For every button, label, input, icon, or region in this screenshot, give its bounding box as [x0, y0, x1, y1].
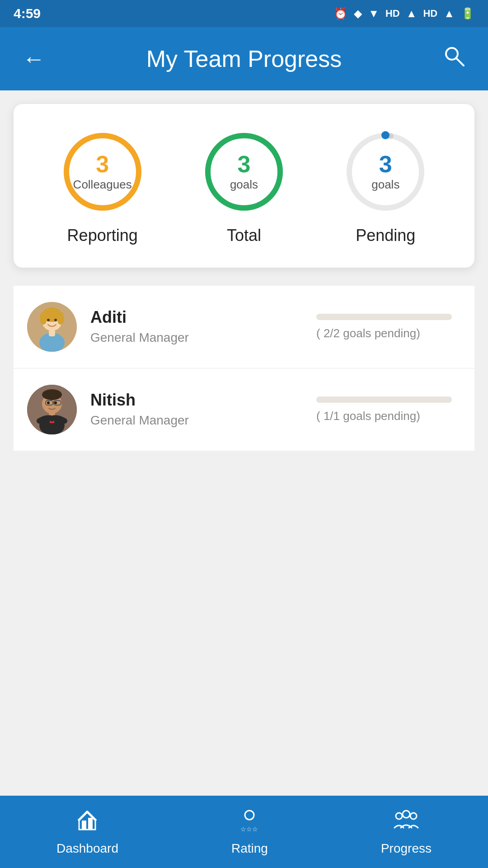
reporting-stat: 3 Colleagues Reporting — [57, 127, 148, 245]
svg-point-33 — [403, 811, 410, 818]
goals-text-aditi: ( 2/2 goals pending) — [316, 326, 420, 340]
hd2-icon: HD — [423, 8, 437, 19]
svg-point-34 — [410, 813, 417, 819]
page-title: My Team Progress — [45, 45, 443, 72]
avatar-nitish — [27, 385, 77, 434]
total-number: 3 — [230, 152, 258, 176]
dashboard-label: Dashboard — [56, 841, 118, 856]
dashboard-icon — [75, 808, 100, 837]
progress-bar-aditi — [316, 314, 452, 320]
svg-rect-14 — [49, 330, 55, 336]
member-name-nitish: Nitish — [90, 391, 303, 410]
nav-dashboard[interactable]: Dashboard — [56, 808, 118, 856]
svg-text:☆☆☆: ☆☆☆ — [240, 826, 258, 833]
svg-point-30 — [245, 811, 254, 820]
main-content: 3 Colleagues Reporting 3 goals Total — [0, 90, 488, 796]
svg-rect-28 — [82, 821, 86, 830]
pending-stat: 3 goals Pending — [340, 127, 431, 245]
pending-circle: 3 goals — [340, 127, 431, 217]
reporting-number: 3 — [73, 152, 132, 176]
member-info-nitish: Nitish General Manager — [90, 391, 303, 429]
progress-fill-aditi — [316, 314, 452, 320]
progress-bar-nitish — [316, 396, 452, 403]
svg-point-23 — [47, 401, 50, 404]
signal-icon: ◆ — [354, 7, 362, 20]
reporting-sublabel: Colleagues — [73, 178, 132, 192]
avatar-aditi — [27, 302, 77, 352]
goals-text-nitish: ( 1/1 goals pending) — [316, 409, 420, 423]
pending-dot — [381, 131, 389, 139]
network-icon: ▲ — [406, 7, 417, 20]
svg-point-12 — [57, 312, 64, 325]
rating-icon: ☆☆☆ — [237, 808, 262, 837]
status-bar: 4:59 ⏰ ◆ ▼ HD ▲ HD ▲ 🔋 — [0, 0, 488, 27]
svg-line-1 — [456, 58, 464, 66]
wifi-icon: ▼ — [368, 7, 379, 20]
pending-number: 3 — [371, 152, 399, 176]
pending-sublabel: goals — [371, 178, 399, 192]
back-button[interactable]: ← — [23, 46, 45, 72]
summary-card: 3 Colleagues Reporting 3 goals Total — [14, 104, 474, 268]
member-info-aditi: Aditi General Manager — [90, 308, 303, 346]
progress-fill-nitish — [316, 396, 452, 403]
rating-label: Rating — [231, 841, 268, 856]
reporting-circle: 3 Colleagues — [57, 127, 148, 217]
alarm-icon: ⏰ — [334, 7, 347, 20]
nav-progress[interactable]: Progress — [381, 808, 432, 856]
hd-icon: HD — [385, 8, 400, 19]
pending-title: Pending — [356, 226, 415, 245]
total-circle: 3 goals — [199, 127, 289, 217]
svg-point-19 — [42, 389, 62, 400]
svg-rect-29 — [88, 818, 93, 830]
nav-rating[interactable]: ☆☆☆ Rating — [231, 808, 268, 856]
reporting-title: Reporting — [67, 226, 138, 245]
app-header: ← My Team Progress — [0, 27, 488, 90]
svg-point-11 — [40, 312, 47, 325]
svg-point-15 — [47, 319, 50, 321]
team-item-nitish[interactable]: Nitish General Manager ( 1/1 goals pendi… — [14, 368, 474, 451]
member-progress-nitish: ( 1/1 goals pending) — [316, 396, 461, 423]
team-item-aditi[interactable]: Aditi General Manager ( 2/2 goals pendin… — [14, 286, 474, 368]
progress-label: Progress — [381, 841, 432, 856]
search-button[interactable] — [443, 45, 465, 73]
member-progress-aditi: ( 2/2 goals pending) — [316, 314, 461, 340]
battery-icon: 🔋 — [461, 7, 474, 20]
svg-point-32 — [396, 813, 402, 819]
member-role-nitish: General Manager — [90, 412, 303, 429]
network2-icon: ▲ — [444, 7, 455, 20]
svg-point-24 — [54, 401, 57, 404]
member-name-aditi: Aditi — [90, 308, 303, 327]
total-sublabel: goals — [230, 178, 258, 192]
total-title: Total — [227, 226, 261, 245]
status-icons: ⏰ ◆ ▼ HD ▲ HD ▲ 🔋 — [334, 7, 474, 20]
bottom-nav: Dashboard ☆☆☆ Rating Progress — [0, 796, 488, 868]
total-stat: 3 goals Total — [199, 127, 289, 245]
team-list: Aditi General Manager ( 2/2 goals pendin… — [14, 286, 474, 451]
status-time: 4:59 — [14, 6, 41, 21]
progress-icon — [394, 808, 419, 837]
svg-point-16 — [54, 319, 57, 321]
member-role-aditi: General Manager — [90, 330, 303, 346]
